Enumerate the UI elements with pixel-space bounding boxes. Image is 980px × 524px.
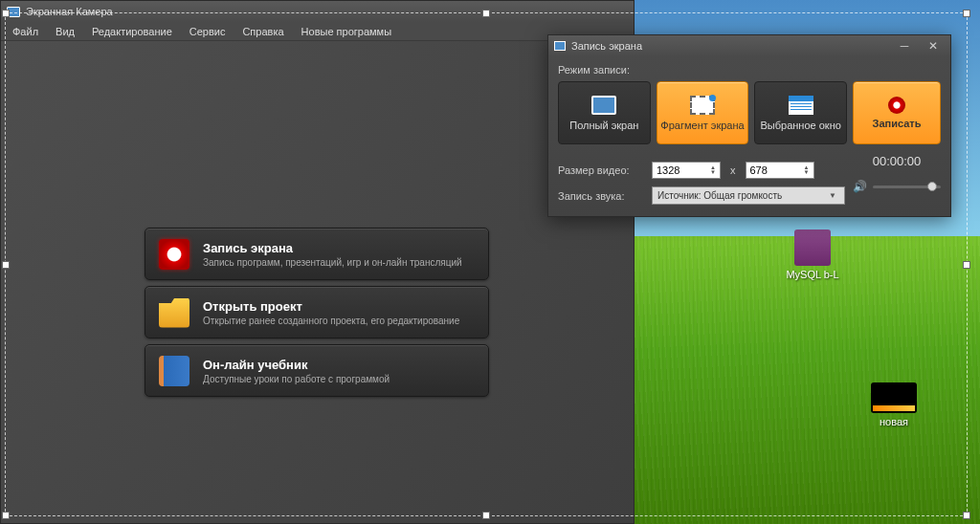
resize-handle-bl[interactable]: [2, 512, 10, 519]
resize-handle-bm[interactable]: [482, 512, 490, 519]
capture-selection[interactable]: [5, 12, 968, 516]
resize-handle-br[interactable]: [963, 512, 970, 519]
resize-handle-ml[interactable]: [2, 261, 10, 269]
resize-handle-tm[interactable]: [482, 10, 490, 17]
resize-handle-tl[interactable]: [2, 10, 10, 17]
resize-handle-mr[interactable]: [963, 261, 970, 269]
resize-handle-tr[interactable]: [963, 10, 970, 17]
